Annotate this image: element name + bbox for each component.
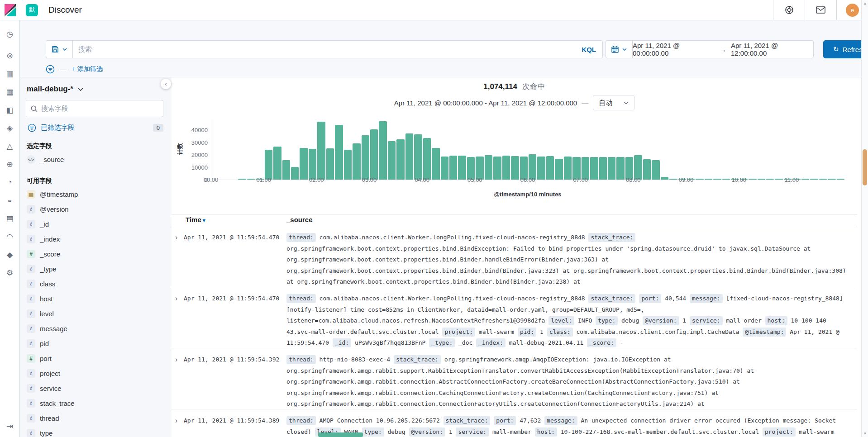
date-to[interactable]: Apr 11, 2021 @ 12:00:00.00 — [731, 42, 813, 57]
space-badge[interactable]: 默 — [26, 4, 38, 16]
histogram-bar[interactable] — [819, 179, 827, 180]
histogram-bar[interactable] — [414, 134, 422, 180]
histogram-bar[interactable] — [722, 179, 730, 180]
field-search-input[interactable]: 搜索字段 — [26, 100, 163, 117]
nav-canvas-button[interactable]: ◧ — [0, 101, 20, 119]
histogram-bar[interactable] — [344, 150, 352, 180]
histogram-bar[interactable] — [652, 160, 659, 180]
histogram-bar[interactable] — [291, 167, 299, 180]
expand-row-button[interactable]: › — [172, 232, 184, 287]
histogram-bar[interactable] — [810, 179, 818, 180]
histogram-bar[interactable] — [643, 159, 651, 180]
histogram-bar[interactable] — [634, 155, 642, 180]
histogram-bar[interactable] — [273, 147, 281, 180]
time-column-header[interactable]: Time▾ — [186, 216, 205, 223]
histogram-bar[interactable] — [485, 155, 492, 180]
page-scrollbar[interactable]: ▲ ▼ — [861, 0, 868, 437]
field-item-stack_trace[interactable]: tstack_trace — [26, 396, 163, 411]
search-input[interactable]: 搜索 — [73, 45, 575, 54]
nav-recently-viewed-button[interactable]: ◷ — [0, 25, 20, 43]
index-pattern-switcher[interactable]: mall-debug-* — [27, 85, 163, 94]
nav-maps-button[interactable]: ◈ — [0, 119, 20, 137]
nav-metrics-button[interactable]: ◒ — [0, 191, 20, 209]
histogram-bar[interactable] — [828, 179, 835, 180]
histogram-bar[interactable] — [661, 177, 668, 180]
field-item-_type[interactable]: t_type — [26, 261, 163, 276]
histogram-bar[interactable] — [801, 179, 809, 180]
collapse-nav-button[interactable]: ⇥ — [0, 417, 20, 435]
histogram-bar[interactable] — [309, 149, 316, 180]
nav-discover-button[interactable]: ⊚ — [0, 47, 20, 65]
histogram-bar[interactable] — [758, 179, 765, 180]
histogram-bar[interactable] — [837, 179, 844, 180]
histogram-bar[interactable] — [300, 148, 307, 180]
histogram-bar[interactable] — [282, 160, 290, 180]
query-language-button[interactable]: KQL — [575, 46, 602, 53]
histogram-bar[interactable] — [265, 150, 272, 180]
histogram-bar[interactable] — [511, 156, 519, 180]
histogram-bar[interactable] — [766, 179, 774, 180]
histogram-bar[interactable] — [493, 157, 501, 180]
histogram-bar[interactable] — [238, 179, 246, 180]
nav-management-button[interactable]: ⚙ — [0, 264, 20, 282]
scroll-up-arrow[interactable]: ▲ — [862, 1, 868, 5]
date-from[interactable]: Apr 11, 2021 @ 00:00:00.00 — [633, 42, 715, 57]
histogram-bar[interactable] — [317, 122, 325, 180]
expand-row-button[interactable]: › — [172, 293, 184, 348]
newsfeed-button[interactable] — [805, 0, 836, 20]
histogram-bar[interactable] — [555, 159, 563, 180]
histogram-bar[interactable] — [713, 179, 721, 180]
field-item-pid[interactable]: tpid — [26, 336, 163, 351]
field-item-project[interactable]: tproject — [26, 366, 163, 381]
histogram-bar[interactable] — [396, 139, 404, 180]
field-item-_source[interactable]: </>_source — [26, 152, 163, 167]
histogram-bar[interactable] — [247, 179, 255, 180]
nav-dashboard-button[interactable]: ▦ — [0, 83, 20, 101]
histogram-bar[interactable] — [502, 156, 510, 180]
nav-uptime-button[interactable]: ◠ — [0, 228, 20, 246]
histogram-bar[interactable] — [449, 156, 457, 180]
field-item-port[interactable]: #port — [26, 351, 163, 366]
date-quick-select-button[interactable] — [606, 41, 633, 58]
histogram-bar[interactable] — [775, 179, 782, 180]
histogram-bar[interactable] — [362, 135, 369, 180]
collapse-sidebar-button[interactable]: ‹ — [161, 79, 171, 89]
histogram-bar[interactable] — [529, 154, 536, 180]
histogram-bar[interactable] — [546, 156, 554, 180]
histogram-bar[interactable] — [705, 179, 712, 180]
field-item-thread[interactable]: tthread — [26, 411, 163, 426]
field-item-@version[interactable]: t@version — [26, 202, 163, 217]
histogram-bar[interactable] — [326, 148, 334, 180]
histogram-bar[interactable] — [564, 157, 572, 180]
filtered-fields-toggle[interactable]: 已筛选字段 0 — [28, 124, 163, 132]
histogram-bar[interactable] — [590, 157, 598, 180]
histogram-bar[interactable] — [423, 138, 431, 180]
nav-machine-learning-button[interactable]: △ — [0, 137, 20, 155]
histogram-bar[interactable] — [749, 179, 756, 180]
field-item-service[interactable]: tservice — [26, 381, 163, 396]
nav-apm-button[interactable]: ◔ — [0, 173, 20, 191]
field-item-_id[interactable]: t_id — [26, 217, 163, 232]
nav-siem-button[interactable]: ◆ — [0, 246, 20, 264]
histogram-bar[interactable] — [353, 143, 360, 180]
nav-logs-button[interactable]: ▤ — [0, 209, 20, 228]
histogram-bar[interactable] — [599, 157, 607, 180]
kibana-logo[interactable] — [0, 4, 20, 16]
histogram-bar[interactable] — [616, 157, 624, 180]
histogram-bar[interactable] — [388, 141, 396, 180]
field-item-host[interactable]: thost — [26, 291, 163, 306]
field-item-_score[interactable]: #_score — [26, 247, 163, 261]
saved-query-button[interactable] — [46, 41, 73, 58]
field-item-message[interactable]: tmessage — [26, 321, 163, 336]
histogram-bar[interactable] — [441, 157, 448, 180]
expand-row-button[interactable]: › — [172, 354, 184, 409]
help-button[interactable] — [773, 0, 805, 20]
histogram-bar[interactable] — [696, 179, 703, 180]
nav-visualize-button[interactable]: ▥ — [0, 65, 20, 83]
expand-row-button[interactable]: › — [172, 415, 184, 437]
histogram-bar[interactable] — [458, 156, 466, 180]
field-item-class[interactable]: tclass — [26, 276, 163, 291]
field-item-_index[interactable]: t_index — [26, 232, 163, 247]
histogram-bar[interactable] — [608, 157, 615, 180]
histogram-bar[interactable] — [405, 133, 413, 180]
